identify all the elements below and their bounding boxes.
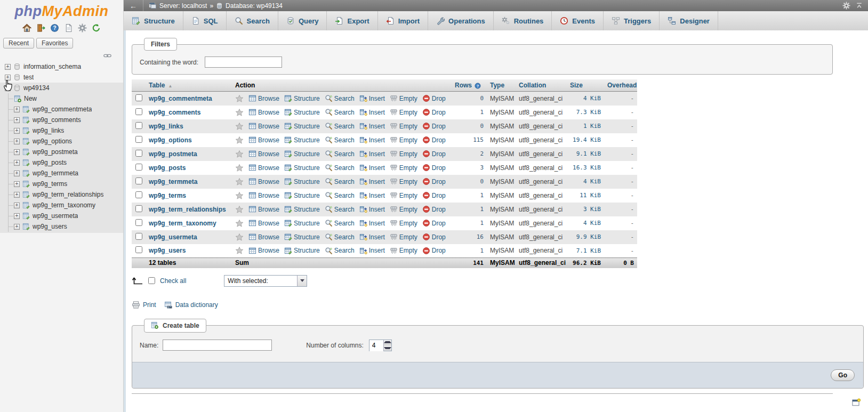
tab[interactable]: Routines: [494, 11, 552, 30]
browse-link[interactable]: Browse: [248, 247, 279, 255]
tab[interactable]: Events: [552, 11, 604, 30]
tree-table-item[interactable]: + wp9g_options: [9, 136, 123, 147]
drop-link[interactable]: Drop: [422, 233, 446, 241]
favorite-star-icon[interactable]: [235, 233, 244, 241]
table-name-link[interactable]: wp9g_users: [149, 247, 186, 254]
tree-table-item[interactable]: + wp9g_term_relationships: [9, 189, 123, 200]
settings-gear-icon[interactable]: [78, 23, 87, 33]
structure-link[interactable]: Structure: [284, 150, 320, 158]
insert-link[interactable]: Insert: [359, 233, 385, 241]
tab[interactable]: Operations: [428, 11, 494, 30]
browse-link[interactable]: Browse: [248, 122, 279, 130]
row-checkbox[interactable]: [135, 219, 142, 226]
structure-link[interactable]: Structure: [284, 94, 320, 102]
favorites-button[interactable]: Favorites: [36, 38, 73, 49]
insert-link[interactable]: Insert: [359, 164, 385, 172]
search-link[interactable]: Search: [325, 136, 355, 144]
expand-icon[interactable]: +: [14, 107, 20, 112]
tree-table-item[interactable]: + wp9g_links: [9, 125, 123, 136]
documentation-icon[interactable]: [64, 23, 73, 33]
favorite-star-icon[interactable]: [235, 191, 244, 200]
help-icon[interactable]: ?: [50, 23, 59, 33]
table-name-link[interactable]: wp9g_posts: [149, 164, 186, 172]
open-window-icon[interactable]: [851, 398, 861, 407]
table-label[interactable]: wp9g_term_taxonomy: [33, 201, 95, 209]
row-checkbox[interactable]: [135, 177, 142, 184]
drop-link[interactable]: Drop: [422, 164, 446, 172]
check-all-checkbox[interactable]: [148, 277, 155, 284]
header-rows[interactable]: Rows?: [452, 79, 487, 92]
favorite-star-icon[interactable]: [235, 246, 244, 255]
tree-table-item[interactable]: + wp9g_termmeta: [9, 168, 123, 179]
reload-navigation-icon[interactable]: [92, 23, 101, 33]
drop-link[interactable]: Drop: [422, 136, 446, 144]
browse-link[interactable]: Browse: [248, 150, 279, 158]
favorite-star-icon[interactable]: [235, 205, 244, 214]
tree-table-item[interactable]: + wp9g_postmeta: [9, 147, 123, 157]
structure-link[interactable]: Structure: [284, 108, 320, 116]
tab[interactable]: Import: [378, 11, 428, 30]
browse-link[interactable]: Browse: [248, 219, 279, 227]
drop-link[interactable]: Drop: [422, 205, 446, 213]
empty-link[interactable]: Empty: [390, 233, 417, 241]
insert-link[interactable]: Insert: [359, 150, 385, 158]
page-settings-icon[interactable]: [842, 2, 850, 10]
empty-link[interactable]: Empty: [390, 136, 417, 144]
table-label[interactable]: wp9g_commentmeta: [33, 106, 92, 113]
table-name-link[interactable]: wp9g_termmeta: [149, 178, 197, 185]
expand-icon[interactable]: +: [14, 149, 20, 155]
insert-link[interactable]: Insert: [359, 205, 385, 213]
sort-by-overhead-link[interactable]: Overhead: [607, 82, 637, 89]
row-checkbox[interactable]: [135, 246, 142, 253]
header-overhead[interactable]: Overhead: [604, 79, 637, 92]
back-arrow-icon[interactable]: ←: [124, 0, 143, 11]
tab[interactable]: Export: [327, 11, 377, 30]
empty-link[interactable]: Empty: [390, 177, 417, 185]
table-label[interactable]: wp9g_usermeta: [33, 212, 78, 220]
structure-link[interactable]: Structure: [284, 177, 320, 185]
stepper-down-button[interactable]: [384, 345, 391, 351]
tree-table-item[interactable]: + wp9g_comments: [9, 115, 123, 125]
search-link[interactable]: Search: [325, 122, 355, 130]
tab[interactable]: Query: [278, 11, 327, 30]
table-name-link[interactable]: wp9g_term_taxonomy: [149, 220, 216, 227]
insert-link[interactable]: Insert: [359, 191, 385, 199]
tree-table-item[interactable]: + wp9g_term_taxonomy: [9, 200, 123, 211]
structure-link[interactable]: Structure: [284, 205, 320, 213]
db-label[interactable]: wp49134: [23, 84, 50, 92]
collapse-top-icon[interactable]: [855, 2, 863, 10]
tab[interactable]: Triggers: [604, 11, 660, 30]
tree-table-item[interactable]: + wp9g_posts: [9, 157, 123, 168]
db-label[interactable]: information_schema: [23, 63, 81, 70]
favorite-star-icon[interactable]: [235, 177, 244, 186]
drop-link[interactable]: Drop: [422, 150, 446, 158]
dropdown-button[interactable]: [297, 276, 307, 286]
search-link[interactable]: Search: [325, 177, 355, 185]
data-dictionary-link[interactable]: Data dictionary: [175, 301, 218, 309]
favorite-star-icon[interactable]: [235, 136, 244, 144]
structure-link[interactable]: Structure: [284, 233, 320, 241]
row-checkbox[interactable]: [135, 150, 142, 157]
insert-link[interactable]: Insert: [359, 122, 385, 130]
structure-link[interactable]: Structure: [284, 136, 320, 144]
structure-link[interactable]: Structure: [284, 219, 320, 227]
tab[interactable]: Structure: [124, 11, 183, 30]
favorite-star-icon[interactable]: [235, 164, 244, 172]
drop-link[interactable]: Drop: [422, 247, 446, 255]
search-link[interactable]: Search: [325, 108, 355, 116]
sort-by-rows-link[interactable]: Rows: [455, 82, 472, 89]
browse-link[interactable]: Browse: [248, 233, 279, 241]
empty-link[interactable]: Empty: [390, 150, 417, 158]
empty-link[interactable]: Empty: [390, 122, 417, 130]
new-table-label[interactable]: New: [24, 95, 37, 102]
expand-icon[interactable]: +: [14, 117, 20, 123]
tree-db-wp49134[interactable]: − wp49134: [0, 83, 123, 93]
table-label[interactable]: wp9g_terms: [33, 180, 67, 188]
tree-new-table[interactable]: New: [9, 93, 123, 104]
search-link[interactable]: Search: [325, 164, 355, 172]
insert-link[interactable]: Insert: [359, 108, 385, 116]
structure-link[interactable]: Structure: [284, 164, 320, 172]
structure-link[interactable]: Structure: [284, 247, 320, 255]
search-link[interactable]: Search: [325, 150, 355, 158]
row-checkbox[interactable]: [135, 122, 142, 129]
